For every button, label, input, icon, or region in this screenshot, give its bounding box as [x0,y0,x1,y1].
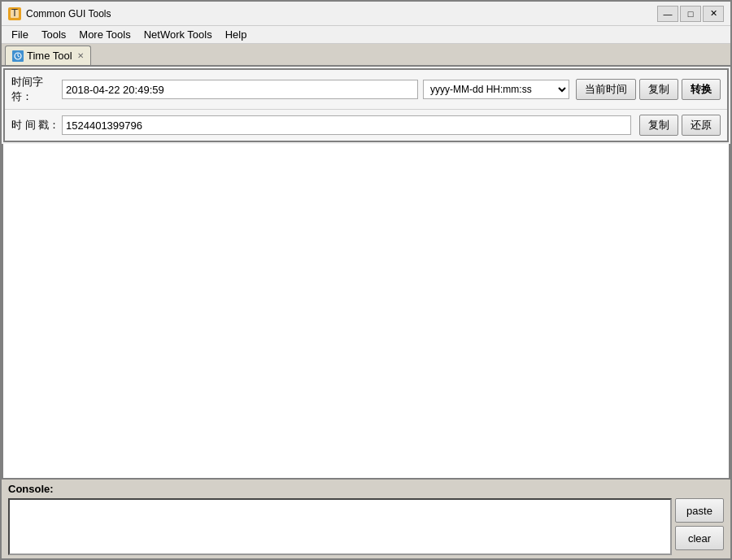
menu-more-tools[interactable]: More Tools [72,27,137,42]
tab-label: Time Tool [27,50,72,62]
tab-bar: Time Tool ✕ [2,44,730,67]
tab-time-tool[interactable]: Time Tool ✕ [5,46,91,65]
minimize-button[interactable]: — [657,6,678,22]
close-button[interactable]: ✕ [703,6,724,22]
menu-bar: File Tools More Tools NetWork Tools Help [2,26,730,44]
current-time-button[interactable]: 当前时间 [576,79,636,100]
app-window: T Common GUI Tools — □ ✕ File Tools More… [0,0,732,560]
clear-button[interactable]: clear [675,526,724,550]
window-title: Common GUI Tools [26,8,657,20]
menu-network-tools[interactable]: NetWork Tools [137,27,219,42]
console-input[interactable] [8,498,672,555]
menu-help[interactable]: Help [219,27,254,42]
timestamp-input[interactable] [62,115,631,135]
restore-button[interactable]: 还原 [682,115,721,136]
paste-button[interactable]: paste [675,498,724,523]
app-icon: T [8,7,21,20]
timestamp-row: 时 间 戳： 复制 还原 [5,110,727,141]
time-string-row: 时间字符： yyyy-MM-dd HH:mm:ss yyyy/MM/dd HH:… [5,70,727,110]
time-string-input[interactable] [62,80,418,99]
time-string-label: 时间字符： [11,75,62,104]
console-area: Console: paste clear [2,478,730,558]
main-empty-area [2,144,730,478]
tab-icon [12,50,24,62]
timestamp-label: 时 间 戳： [11,118,62,132]
title-bar: T Common GUI Tools — □ ✕ [2,2,730,26]
menu-tools[interactable]: Tools [35,27,72,42]
maximize-button[interactable]: □ [680,6,701,22]
svg-line-4 [18,56,20,57]
window-controls: — □ ✕ [657,6,724,22]
tool-panel: 时间字符： yyyy-MM-dd HH:mm:ss yyyy/MM/dd HH:… [3,68,729,142]
format-select[interactable]: yyyy-MM-dd HH:mm:ss yyyy/MM/dd HH:mm:ss … [423,80,569,99]
tab-close-button[interactable]: ✕ [77,51,84,60]
copy-time-string-button[interactable]: 复制 [639,79,678,100]
copy-timestamp-button[interactable]: 复制 [639,115,678,136]
menu-file[interactable]: File [5,27,35,42]
console-inner: paste clear [8,498,724,555]
content-area: 时间字符： yyyy-MM-dd HH:mm:ss yyyy/MM/dd HH:… [2,67,730,558]
svg-text:T: T [11,9,18,19]
convert-button[interactable]: 转换 [682,79,721,100]
console-buttons: paste clear [675,498,724,555]
console-label: Console: [8,483,724,495]
